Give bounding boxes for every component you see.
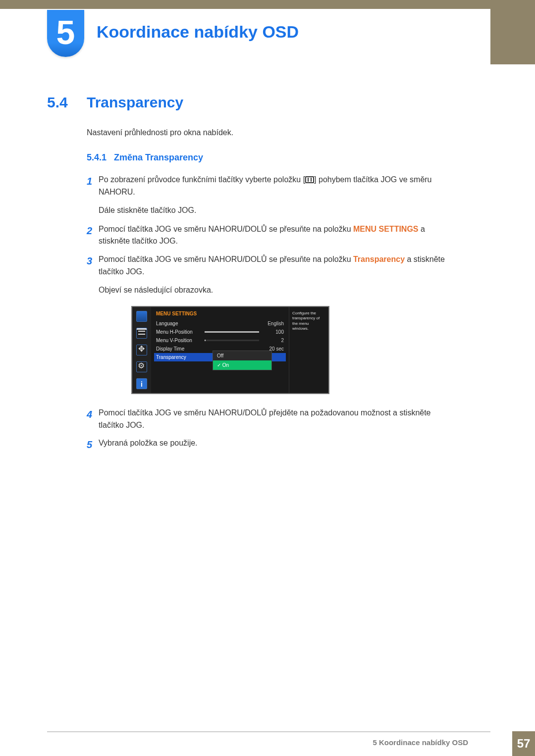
- section-intro: Nastavení průhlednosti pro okna nabídek.: [87, 127, 448, 139]
- osd-sidebar: i: [132, 307, 151, 393]
- osd-label: Language: [156, 321, 201, 326]
- step-1: 1 Po zobrazení průvodce funkčními tlačít…: [87, 174, 448, 199]
- step-3-bold: Transparency: [353, 255, 405, 263]
- osd-dropdown: Off On: [213, 351, 272, 370]
- step-body: Vybraná položka se použije.: [99, 437, 198, 453]
- osd-row-hpos: Menu H-Position 100: [156, 328, 284, 336]
- osd-value: English: [263, 321, 284, 326]
- step-2: 2 Pomocí tlačítka JOG ve směru NAHORU/DO…: [87, 223, 448, 248]
- step-number: 5: [87, 437, 99, 453]
- osd-value: 100: [263, 329, 284, 335]
- step-1-text-a: Po zobrazení průvodce funkčními tlačítky…: [99, 175, 305, 184]
- step-5: 5 Vybraná položka se použije.: [87, 437, 448, 453]
- footer-rule: [47, 731, 490, 732]
- osd-slider: [205, 331, 259, 333]
- osd-option-on: On: [213, 360, 271, 370]
- list-icon: [136, 328, 147, 339]
- osd-main: MENU SETTINGS Language English Menu H-Po…: [151, 307, 289, 393]
- page-content: 5.4 Transparency Nastavení průhlednosti …: [47, 94, 448, 458]
- page-footer: 5 Koordinace nabídky OSD 57: [0, 731, 535, 756]
- osd-label: Menu V-Position: [156, 338, 201, 343]
- step-body: Pomocí tlačítka JOG ve směru NAHORU/DOLŮ…: [99, 253, 448, 278]
- monitor-icon: [136, 311, 147, 322]
- osd-help-text: Configure the transparency of the menu w…: [289, 307, 328, 393]
- osd-screenshot: i MENU SETTINGS Language English Menu H-…: [131, 306, 329, 394]
- osd-label: Transparency: [156, 354, 201, 360]
- step-3-sub: Objeví se následující obrazovka.: [99, 284, 448, 296]
- footer-page-number: 57: [512, 731, 535, 756]
- osd-label: Display Time: [156, 346, 201, 352]
- step-3-text-a: Pomocí tlačítka JOG ve směru NAHORU/DOLŮ…: [99, 255, 353, 263]
- osd-label: Menu H-Position: [156, 329, 201, 335]
- chapter-title: Koordinace nabídky OSD: [97, 22, 299, 42]
- chapter-number-badge: 5: [47, 10, 84, 57]
- section-number: 5.4: [47, 94, 87, 111]
- osd-option-off: Off: [213, 351, 271, 360]
- osd-header: MENU SETTINGS: [156, 311, 284, 316]
- menu-icon: [305, 176, 314, 183]
- osd-row-vpos: Menu V-Position 2: [156, 336, 284, 345]
- subsection-number: 5.4.1: [87, 152, 114, 163]
- step-body: Pomocí tlačítka JOG ve směru NAHORU/DOLŮ…: [99, 223, 448, 248]
- gear-icon: [136, 361, 147, 372]
- step-body: Pomocí tlačítka JOG ve směru NAHORU/DOLŮ…: [99, 407, 448, 432]
- info-icon: i: [136, 378, 147, 389]
- move-icon: [136, 345, 147, 355]
- step-1-sub: Dále stiskněte tlačítko JOG.: [99, 204, 448, 216]
- step-number: 1: [87, 174, 99, 199]
- step-number: 2: [87, 223, 99, 248]
- osd-value: 2: [263, 338, 284, 343]
- footer-text: 5 Koordinace nabídky OSD: [373, 738, 468, 747]
- subsection-title: Změna Transparency: [114, 152, 203, 163]
- header-top-bar: [0, 0, 535, 9]
- step-number: 3: [87, 253, 99, 278]
- step-body: Po zobrazení průvodce funkčními tlačítky…: [99, 174, 448, 199]
- step-2-text-a: Pomocí tlačítka JOG ve směru NAHORU/DOLŮ…: [99, 225, 353, 233]
- step-4: 4 Pomocí tlačítka JOG ve směru NAHORU/DO…: [87, 407, 448, 432]
- header-right-bar: [490, 0, 535, 64]
- step-2-bold: MENU SETTINGS: [353, 225, 419, 233]
- step-3: 3 Pomocí tlačítka JOG ve směru NAHORU/DO…: [87, 253, 448, 278]
- osd-slider: [205, 340, 259, 341]
- step-number: 4: [87, 407, 99, 432]
- section-title: Transparency: [87, 94, 183, 111]
- osd-row-language: Language English: [156, 319, 284, 328]
